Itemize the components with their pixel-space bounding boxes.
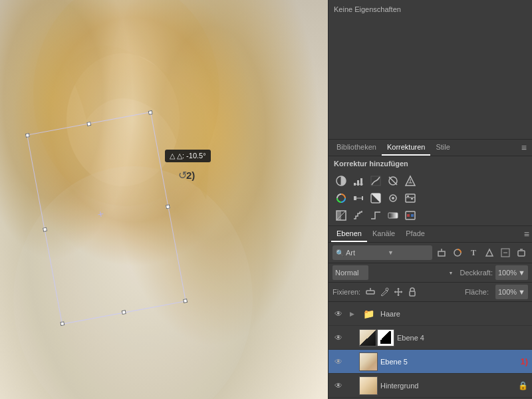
- tab-ebenen[interactable]: Ebenen: [331, 226, 367, 242]
- layer-smart-icon[interactable]: [515, 246, 528, 259]
- angle-triangle-icon: △: [170, 152, 175, 160]
- gradient-map-icon[interactable]: [386, 208, 400, 223]
- fix-move-icon[interactable]: [392, 286, 404, 298]
- blend-mode-select[interactable]: Normal: [332, 265, 368, 280]
- blend-mode-row: Normal Deckkraft: 100% ▼: [329, 263, 532, 283]
- invert-icon[interactable]: [334, 208, 348, 223]
- handle-bottom-left[interactable]: [60, 321, 65, 326]
- handle-mid-right[interactable]: [166, 204, 170, 209]
- svg-rect-29: [411, 214, 414, 217]
- flaeche-dropdown-icon[interactable]: ▼: [518, 288, 525, 296]
- corrections-panel-menu[interactable]: ≡: [519, 140, 529, 156]
- levels-icon[interactable]: [351, 174, 366, 188]
- layer-list: 👁 ▶ 📁 Haare 👁 Ebene 4 👁: [329, 302, 532, 399]
- layer-thumb-haare: 📁: [359, 305, 378, 323]
- curves-icon[interactable]: [368, 174, 383, 188]
- layer-item-haare[interactable]: 👁 ▶ 📁 Haare: [329, 302, 532, 326]
- hue-saturation-icon[interactable]: [334, 191, 348, 205]
- handle-bottom-right[interactable]: [183, 299, 188, 303]
- search-dropdown-icon[interactable]: ▼: [388, 249, 394, 256]
- layer-item-hintergrund[interactable]: 👁 Hintergrund 🔒: [329, 374, 532, 398]
- step-annotation: 2): [186, 170, 195, 181]
- layer-thumb-pair-ebene4: [359, 329, 394, 346]
- layers-toolbar: 🔍 ▼ T: [329, 243, 532, 263]
- angle-tooltip: △ △: -10.5°: [165, 150, 211, 162]
- svg-rect-21: [406, 194, 415, 202]
- center-crosshair: [100, 212, 113, 225]
- layer-name-ebene5: Ebene 5: [380, 358, 517, 366]
- layers-tabs: Ebenen Kanäle Pfade ≡: [329, 226, 532, 243]
- canvas-area: △ △: -10.5° ↺ 2): [0, 0, 328, 399]
- layer-visibility-ebene5[interactable]: 👁: [332, 356, 344, 368]
- correction-icons-row3: [334, 208, 527, 223]
- layer-search-input[interactable]: [346, 249, 386, 257]
- layer-adjustment-icon[interactable]: [499, 246, 512, 259]
- layer-new-icon[interactable]: [435, 246, 448, 259]
- layer-color-icon[interactable]: [451, 246, 464, 259]
- layer-name-ebene4: Ebene 4: [397, 334, 528, 342]
- opacity-input[interactable]: 100% ▼: [495, 265, 528, 280]
- handle-top-right[interactable]: [148, 110, 153, 115]
- fix-lock-icon[interactable]: [406, 286, 418, 298]
- color-balance-icon[interactable]: [351, 191, 366, 205]
- layer-effect-icon[interactable]: [483, 246, 496, 259]
- svg-marker-42: [397, 288, 400, 289]
- vibrance-icon[interactable]: [403, 174, 418, 188]
- panel-tabs: Bibliotheken Korrekturen Stile ≡: [329, 140, 532, 156]
- tab-pfade[interactable]: Pfade: [400, 226, 430, 242]
- threshold-icon[interactable]: [368, 208, 383, 223]
- properties-title: Keine Eigenschaften: [334, 4, 527, 17]
- tab-korrekturen[interactable]: Korrekturen: [382, 140, 430, 156]
- layer-expand-ebene5: [347, 357, 356, 366]
- handle-bottom-mid[interactable]: [122, 310, 126, 315]
- tab-kanaele[interactable]: Kanäle: [367, 226, 400, 242]
- layer-expand-hintergrund: [347, 381, 356, 390]
- opacity-label: Deckkraft:: [460, 269, 493, 277]
- channel-mixer-icon[interactable]: [403, 191, 418, 205]
- layer-search[interactable]: 🔍 ▼: [332, 245, 432, 260]
- layers-panel-menu[interactable]: ≡: [524, 229, 529, 239]
- tab-stile[interactable]: Stile: [430, 140, 455, 156]
- svg-rect-46: [410, 291, 415, 296]
- layer-thumb-ebene5: [359, 352, 378, 371]
- layer-thumb-ebene4: [359, 329, 376, 346]
- angle-value: △: -10.5°: [177, 152, 206, 160]
- tab-bibliotheken[interactable]: Bibliotheken: [331, 140, 382, 156]
- handle-mid-left[interactable]: [43, 227, 47, 232]
- svg-rect-26: [388, 213, 398, 218]
- layer-item-ebene5[interactable]: 👁 Ebene 5 1): [329, 350, 532, 374]
- fix-brush-icon[interactable]: [378, 286, 390, 298]
- brightness-contrast-icon[interactable]: [334, 174, 348, 188]
- layer-lock-hintergrund: 🔒: [518, 381, 528, 390]
- black-white-icon[interactable]: [368, 191, 383, 205]
- selective-color-icon[interactable]: [403, 208, 418, 223]
- layer-annotation-ebene5: 1): [520, 356, 528, 366]
- blend-mode-wrapper[interactable]: Normal: [332, 265, 456, 280]
- correction-icons-container: [329, 171, 532, 225]
- handle-top-mid[interactable]: [86, 122, 91, 126]
- fix-position-icon[interactable]: [364, 286, 376, 298]
- layer-type-icon[interactable]: T: [467, 246, 480, 259]
- opacity-dropdown-icon[interactable]: ▼: [518, 269, 525, 277]
- svg-marker-44: [394, 291, 396, 293]
- layers-panel: Ebenen Kanäle Pfade ≡ 🔍 ▼ T: [329, 226, 532, 399]
- handle-top-left[interactable]: [25, 133, 30, 138]
- layer-visibility-hintergrund[interactable]: 👁: [332, 380, 344, 392]
- svg-rect-23: [407, 196, 409, 197]
- posterize-icon[interactable]: [351, 208, 366, 223]
- flaeche-input[interactable]: 100% ▼: [495, 285, 528, 299]
- svg-marker-43: [397, 295, 400, 296]
- flaeche-label: Fläche:: [465, 288, 489, 296]
- svg-marker-45: [401, 291, 402, 293]
- svg-rect-5: [357, 180, 359, 186]
- layer-expand-haare[interactable]: ▶: [347, 309, 356, 319]
- exposure-icon[interactable]: [386, 174, 400, 188]
- svg-point-20: [392, 197, 394, 200]
- svg-rect-37: [366, 291, 374, 294]
- layer-visibility-haare[interactable]: 👁: [332, 308, 344, 320]
- layer-item-ebene4[interactable]: 👁 Ebene 4: [329, 326, 532, 350]
- photo-filter-icon[interactable]: [386, 191, 400, 205]
- search-icon: 🔍: [336, 249, 344, 257]
- layer-visibility-ebene4[interactable]: 👁: [332, 332, 344, 344]
- fix-row: Fixieren: Fläche: 100% ▼: [329, 283, 532, 302]
